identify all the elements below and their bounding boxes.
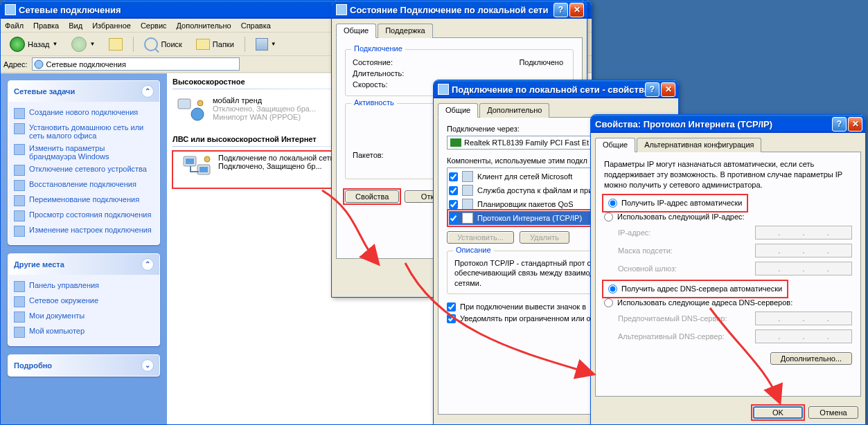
- close-button[interactable]: ✕: [569, 3, 584, 17]
- connection-lan-icon: [182, 154, 211, 181]
- cancel-button[interactable]: Отмена: [808, 406, 858, 419]
- close-button[interactable]: ✕: [848, 117, 862, 132]
- menu-advanced[interactable]: Дополнительно: [177, 21, 231, 30]
- tcpip-titlebar[interactable]: Свойства: Протокол Интернета (TCP/IP) ? …: [591, 115, 865, 133]
- tab-alt-config[interactable]: Альтернативная конфигурация: [637, 138, 761, 152]
- duration-label: Длительность:: [353, 69, 436, 78]
- chevron-down-icon[interactable]: ⌄: [141, 359, 154, 372]
- menu-fav[interactable]: Избранное: [92, 21, 131, 30]
- radio-dns-auto[interactable]: [608, 284, 617, 293]
- properties-button[interactable]: Свойства: [345, 190, 399, 203]
- sidebox-details-header[interactable]: Подробно⌄: [8, 355, 159, 376]
- wizard-icon: [14, 108, 25, 119]
- task-rename[interactable]: Переименование подключения: [14, 193, 154, 208]
- sidebox-details: Подробно⌄: [8, 354, 160, 377]
- status-titlebar[interactable]: Состояние Подключение по локальной сети …: [332, 1, 587, 19]
- task-disable-device[interactable]: Отключение сетевого устройства: [14, 163, 154, 178]
- address-input[interactable]: [32, 57, 240, 71]
- views-button[interactable]: ▼: [251, 35, 281, 53]
- up-button[interactable]: [104, 35, 127, 53]
- sidebox-places-header[interactable]: Другие места⌃: [8, 254, 159, 275]
- tcpip-icon: [462, 212, 473, 224]
- gw-field: ...: [755, 262, 852, 275]
- help-button[interactable]: ?: [645, 82, 659, 97]
- tab-advanced[interactable]: Дополнительно: [479, 103, 549, 118]
- radio-dns-manual[interactable]: [604, 298, 613, 307]
- search-icon: [144, 37, 158, 51]
- share-icon: [462, 185, 473, 196]
- uninstall-button[interactable]: Удалить: [520, 231, 569, 244]
- sidebox-tasks: Сетевые задачи⌃ Создание нового подключе…: [8, 80, 160, 245]
- ok-button[interactable]: OK: [753, 406, 803, 419]
- svg-rect-7: [200, 167, 208, 172]
- radio-ip-manual[interactable]: [604, 212, 613, 221]
- place-documents[interactable]: Мои документы: [14, 309, 154, 325]
- search-button[interactable]: Поиск: [139, 35, 186, 54]
- conn2-name: Подключение по локальной сети: [218, 154, 335, 162]
- sidebox-tasks-header[interactable]: Сетевые задачи⌃: [8, 81, 159, 102]
- radio-ip-auto[interactable]: [608, 199, 617, 208]
- menu-help[interactable]: Справка: [241, 21, 271, 30]
- help-button[interactable]: ?: [832, 117, 847, 132]
- place-computer[interactable]: Мой компьютер: [14, 325, 154, 340]
- task-change-settings[interactable]: Изменение настроек подключения: [14, 224, 154, 239]
- dns2-label: Альтернативный DNS-сервер:: [618, 332, 750, 341]
- chevron-up-icon[interactable]: ⌃: [141, 85, 154, 98]
- forward-icon: [71, 37, 87, 52]
- rename-icon: [14, 195, 25, 206]
- install-button[interactable]: Установить...: [447, 231, 514, 244]
- menu-edit[interactable]: Правка: [33, 21, 59, 30]
- disable-icon: [14, 165, 25, 176]
- dns1-field: ...: [755, 311, 852, 325]
- back-button[interactable]: Назад ▼: [5, 34, 62, 55]
- chk-notify-limited[interactable]: [447, 314, 456, 323]
- task-view-status[interactable]: Просмотр состояния подключения: [14, 208, 154, 224]
- packets-label: Пакетов:: [353, 151, 436, 159]
- conn1-name: мобайл тренд: [213, 96, 316, 105]
- advanced-button[interactable]: Дополнительно...: [770, 352, 852, 365]
- status-tabs: Общие Поддержка: [332, 19, 587, 37]
- conn2-status: Подключено, Защищено бр...: [218, 162, 335, 170]
- chk-tray-icon[interactable]: [447, 302, 456, 311]
- tab-support[interactable]: Поддержка: [378, 24, 432, 38]
- gw-label: Основной шлюз:: [618, 264, 750, 273]
- menu-tools[interactable]: Сервис: [141, 21, 167, 30]
- shield-icon: [14, 144, 25, 155]
- task-create-connection[interactable]: Создание нового подключения: [14, 106, 154, 121]
- conn1-device: Минипорт WAN (PPPOE): [213, 113, 316, 121]
- place-control-panel[interactable]: Панель управления: [14, 279, 154, 294]
- repair-icon: [14, 180, 25, 191]
- computer-icon: [14, 327, 25, 338]
- svg-point-2: [191, 108, 204, 120]
- props-title: Подключение по локальной сети - свойства: [452, 84, 645, 95]
- folders-button[interactable]: Папки: [191, 36, 239, 53]
- task-home-network[interactable]: Установить домашнюю сеть или сеть малого…: [14, 121, 154, 142]
- control-panel-icon: [14, 281, 25, 292]
- tcpip-dialog: Свойства: Протокол Интернета (TCP/IP) ? …: [590, 114, 866, 425]
- task-repair[interactable]: Восстановление подключения: [14, 178, 154, 193]
- chk-tcpip[interactable]: [449, 214, 458, 223]
- settings-icon: [14, 226, 25, 237]
- close-button[interactable]: ✕: [661, 82, 675, 97]
- mask-label: Маска подсети:: [618, 246, 750, 255]
- folder-up-icon: [109, 38, 123, 51]
- chevron-up-icon[interactable]: ⌃: [141, 258, 154, 271]
- menu-file[interactable]: Файл: [5, 21, 24, 30]
- tab-general[interactable]: Общие: [336, 24, 376, 38]
- chk-qos[interactable]: [449, 200, 458, 209]
- adapter-name: Realtek RTL8139 Family PCI Fast Et: [464, 138, 589, 147]
- chk-fileshare[interactable]: [449, 186, 458, 195]
- network-connections-icon: [5, 4, 16, 15]
- forward-button[interactable]: ▼: [67, 34, 100, 55]
- chk-client[interactable]: [449, 172, 458, 181]
- props-titlebar[interactable]: Подключение по локальной сети - свойства…: [434, 80, 678, 98]
- status-icon: [14, 210, 25, 221]
- side-panel: Сетевые задачи⌃ Создание нового подключе…: [1, 73, 167, 424]
- task-firewall[interactable]: Изменить параметры брандмауэра Windows: [14, 142, 154, 163]
- svg-rect-1: [180, 101, 188, 107]
- tab-general[interactable]: Общие: [595, 138, 635, 152]
- tab-general[interactable]: Общие: [438, 103, 478, 118]
- help-button[interactable]: ?: [553, 3, 568, 17]
- place-network[interactable]: Сетевое окружение: [14, 294, 154, 309]
- menu-view[interactable]: Вид: [69, 21, 82, 30]
